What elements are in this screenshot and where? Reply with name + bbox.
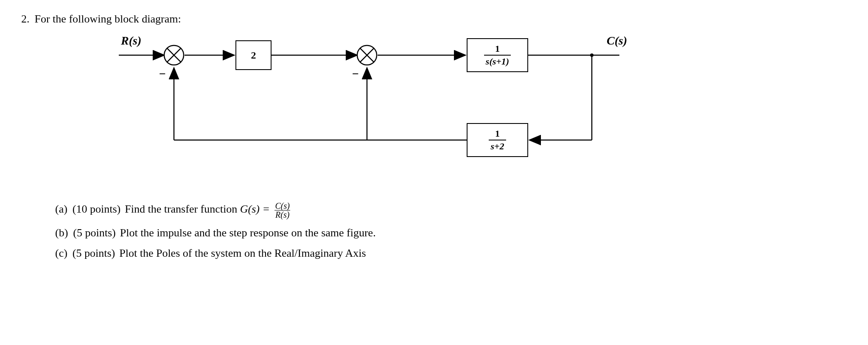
summing-junction-1: [163, 45, 185, 66]
minus-sign-1: −: [159, 67, 166, 81]
subparts: (a) (10 points) Find the transfer functi…: [55, 202, 847, 260]
forward-tf-den: s(s+1): [484, 55, 511, 67]
subpart-a-frac-num: C(s): [274, 202, 291, 210]
forward-tf-num: 1: [493, 44, 501, 55]
block-diagram: R(s) − 2 − 1 s(s+1) C(s) 1: [64, 30, 742, 191]
problem-number: 2.: [21, 13, 30, 25]
subpart-a-fraction: C(s) R(s): [274, 202, 291, 219]
output-label: C(s): [607, 34, 627, 48]
subpart-a-text: Find the transfer function G(s) = C(s) R…: [125, 202, 291, 219]
feedback-tf-den: s+2: [489, 140, 506, 151]
subpart-b-text: Plot the impulse and the step response o…: [120, 227, 376, 239]
feedback-tf-num: 1: [493, 129, 501, 140]
input-label: R(s): [121, 34, 141, 48]
subpart-a-points: (10 points): [73, 203, 120, 216]
gain-block-label: 2: [251, 50, 256, 61]
subpart-c-label: (c): [55, 247, 67, 260]
subpart-a: (a) (10 points) Find the transfer functi…: [55, 202, 847, 219]
summing-junction-2: [356, 45, 378, 66]
gain-block: 2: [235, 40, 272, 70]
subpart-b-points: (5 points): [73, 227, 115, 239]
subpart-b-label: (b): [55, 227, 68, 239]
subpart-a-label: (a): [55, 203, 67, 216]
problem-prompt: For the following block diagram:: [35, 13, 181, 25]
problem-header: 2. For the following block diagram:: [21, 13, 847, 25]
forward-tf-block: 1 s(s+1): [467, 38, 528, 72]
subpart-c-points: (5 points): [73, 247, 115, 260]
minus-sign-2: −: [352, 67, 359, 81]
svg-point-12: [590, 53, 594, 57]
subpart-c-text: Plot the Poles of the system on the Real…: [119, 247, 366, 260]
subpart-b: (b) (5 points) Plot the impulse and the …: [55, 227, 847, 239]
forward-tf-fraction: 1 s(s+1): [484, 44, 511, 67]
subpart-c: (c) (5 points) Plot the Poles of the sys…: [55, 247, 847, 260]
feedback-tf-fraction: 1 s+2: [489, 129, 506, 151]
subpart-a-frac-den: R(s): [274, 210, 290, 219]
feedback-tf-block: 1 s+2: [467, 123, 528, 157]
